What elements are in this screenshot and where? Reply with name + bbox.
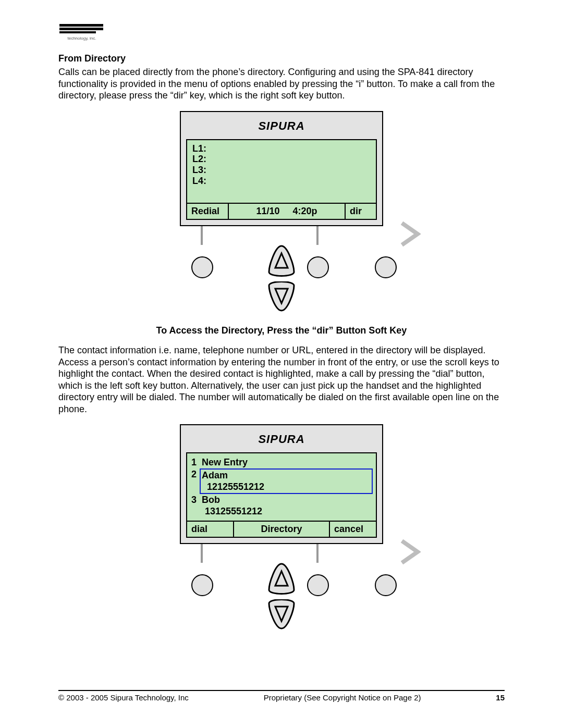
entry-name: Adam [202,470,371,482]
info-button[interactable] [375,574,397,596]
phone-lcd: SIPURA L1: L2: L3: L4: Redial 11/10 4:20… [180,111,383,227]
info-button[interactable] [375,256,397,278]
lcd-screen-idle: L1: L2: L3: L4: Redial 11/10 4:20p dir [186,139,377,220]
phone-lcd: SIPURA 1 New Entry 2 Adam 12125551212 [180,424,383,544]
line-4-label: L4: [192,176,371,187]
lcd-brand: SIPURA [186,119,377,133]
line-1-label: L1: [192,143,371,154]
nav-up-button[interactable] [267,563,296,599]
svg-rect-0 [59,24,103,27]
softkey-stub-right [316,226,319,245]
right-soft-button[interactable] [307,256,329,278]
phone-diagram-idle: SIPURA L1: L2: L3: L4: Redial 11/10 4:20… [159,111,404,315]
status-time: 4:20p [293,206,317,216]
logo-tagline: technology, inc. [68,36,96,41]
page-number: 15 [496,693,505,702]
softkey-dial[interactable]: dial [187,522,234,537]
right-soft-button[interactable] [307,574,329,596]
softkey-cancel[interactable]: cancel [329,522,376,537]
left-soft-button[interactable] [191,256,213,278]
entry-selected[interactable]: Adam 12125551212 [200,468,373,494]
footer-copyright: © 2003 - 2005 Sipura Technology, Inc [58,693,189,702]
softkey-stub-right [316,544,319,563]
entry-bob[interactable]: Bob [202,494,220,506]
status-date: 11/10 [256,206,279,216]
lcd-brand: SIPURA [186,433,377,446]
line-2-label: L2: [192,154,371,165]
section-heading-from-directory: From Directory [58,53,505,64]
company-logo: technology, inc. [58,21,505,42]
entry-index: 2 [191,468,200,494]
nav-up-button[interactable] [267,245,296,281]
softkey-stub-left [201,544,203,563]
nav-down-button[interactable] [267,599,296,633]
phone-diagram-directory: SIPURA 1 New Entry 2 Adam 12125551212 [159,424,404,633]
entry-new[interactable]: New Entry [202,456,248,468]
nav-down-button[interactable] [267,281,296,315]
line-3-label: L3: [192,165,371,176]
entry-number: 12125551212 [202,481,371,493]
entry-index: 3 [191,494,200,506]
softkey-redial[interactable]: Redial [187,204,229,219]
chevron-right-icon [400,539,421,565]
left-soft-button[interactable] [191,574,213,596]
entry-index: 1 [191,456,200,468]
softkey-dir[interactable]: dir [345,204,376,219]
paragraph-directory-usage: The contact information i.e. name, telep… [58,344,505,415]
status-date-time: 11/10 4:20p [229,204,345,219]
footer-proprietary: Proprietary (See Copyright Notice on Pag… [264,693,421,702]
softkey-stub-left [201,226,203,245]
entry-number: 13125551212 [200,505,262,517]
lcd-screen-directory: 1 New Entry 2 Adam 12125551212 3 [186,452,377,538]
chevron-right-icon [400,221,421,247]
svg-rect-1 [59,28,103,30]
paragraph-intro: Calls can be placed directly from the ph… [58,66,505,102]
figure-caption-1: To Access the Directory, Press the “dir”… [58,325,505,336]
screen-title: Directory [234,522,329,537]
svg-rect-2 [59,31,96,33]
